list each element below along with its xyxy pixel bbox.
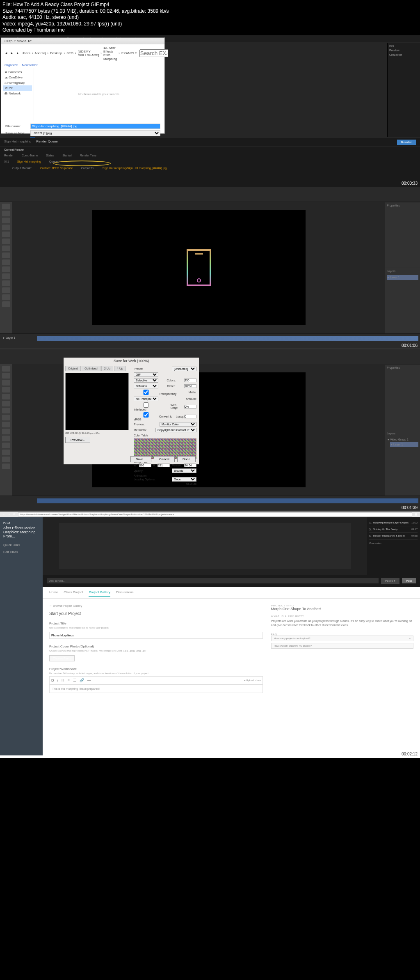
sfw-tab-4up[interactable]: 4-Up xyxy=(114,366,126,371)
tool-icon[interactable] xyxy=(2,373,10,379)
properties-panel[interactable]: Properties xyxy=(385,202,420,268)
workspace-editor[interactable]: This is the morphing I have prepared! xyxy=(49,684,263,693)
tab-class-project[interactable]: Class Project xyxy=(64,589,83,597)
url-bar[interactable]: https://www.skillshare.com/classes/desig… xyxy=(18,512,412,516)
websnap-input[interactable] xyxy=(184,405,196,409)
tab-project-gallery[interactable]: Project Gallery xyxy=(89,589,110,597)
edit-class-link[interactable]: Edit Class xyxy=(3,550,39,554)
tool-icon[interactable] xyxy=(2,387,10,392)
sfw-preview-button[interactable]: Preview... xyxy=(65,437,90,443)
video-player[interactable] xyxy=(43,517,367,575)
sfw-tab-2up[interactable]: 2-Up xyxy=(101,366,113,371)
properties-panel-3[interactable]: Properties xyxy=(385,364,420,430)
new-folder-button[interactable]: New folder xyxy=(22,63,37,67)
sidebar-pc[interactable]: 🖳 PC xyxy=(3,85,32,91)
sfw-cancel-button[interactable]: Cancel xyxy=(154,456,175,462)
tool-icon[interactable] xyxy=(2,232,10,237)
timeline-track-3[interactable] xyxy=(37,498,418,503)
tool-icon[interactable] xyxy=(2,422,10,427)
tool-icon[interactable] xyxy=(2,294,10,300)
tool-icon[interactable] xyxy=(2,287,10,293)
tool-icon[interactable] xyxy=(2,211,10,216)
tab-discussions[interactable]: Discussions xyxy=(116,589,134,597)
dither-input[interactable] xyxy=(184,384,196,388)
notrans-select[interactable]: No Transparency Dither xyxy=(134,397,158,401)
srgb-check[interactable] xyxy=(134,412,158,418)
colors-input[interactable] xyxy=(184,379,196,382)
filename-input[interactable] xyxy=(30,124,160,129)
sfw-save-button[interactable]: Save... xyxy=(130,456,151,462)
faq-item-2[interactable]: How should I organize my project?+ xyxy=(271,643,413,649)
fwd-icon[interactable]: → xyxy=(8,513,11,516)
tool-icon[interactable] xyxy=(2,280,10,286)
reload-icon[interactable]: ⟳ xyxy=(13,513,16,516)
saveas-select[interactable]: JPEG (*.jpg) xyxy=(30,130,160,136)
tool-icon[interactable] xyxy=(2,415,10,420)
tool-icon[interactable] xyxy=(2,252,10,258)
organize-menu[interactable]: Organize xyxy=(5,63,18,67)
ps-timeline-3[interactable] xyxy=(0,496,420,510)
rq-tab-comp[interactable]: Sign Hat morphing xyxy=(4,140,31,145)
render-button[interactable]: Render xyxy=(397,140,416,145)
tool-icon[interactable] xyxy=(2,239,10,244)
tool-icon[interactable] xyxy=(2,204,10,209)
tool-icon[interactable] xyxy=(2,259,10,265)
layers-panel-3[interactable]: Layers ▾ Video Group 1 ▸ Layer 1 xyxy=(385,430,420,496)
rq-tab-queue[interactable]: Render Queue xyxy=(36,140,57,145)
interlaced-check[interactable] xyxy=(134,402,158,408)
metadata-select[interactable]: Copyright and Contact Info xyxy=(155,428,196,432)
tool-icon[interactable] xyxy=(2,225,10,230)
hr-icon[interactable]: — xyxy=(87,678,91,682)
sidebar-favorites[interactable]: ★ Favorites xyxy=(3,69,32,75)
sfw-tab-original[interactable]: Original xyxy=(65,366,81,371)
looping-select[interactable]: Once xyxy=(172,477,196,482)
tool-icon[interactable] xyxy=(2,266,10,272)
breadcrumb-path[interactable]: Users› Andrzej› Desktop› SEO› [UDEMY - S… xyxy=(22,46,137,61)
tool-icon[interactable] xyxy=(2,429,10,434)
ps-menubar-3[interactable] xyxy=(0,349,420,364)
tool-icon[interactable] xyxy=(2,401,10,406)
layers-panel[interactable]: Layers ▸ Layer 1 xyxy=(385,268,420,333)
nav-back-icon[interactable]: ◄ xyxy=(5,51,8,55)
ps-timeline[interactable]: ▸ Layer 1 xyxy=(0,333,420,348)
tool-icon[interactable] xyxy=(2,457,10,462)
post-button[interactable]: Post xyxy=(402,578,416,583)
tool-icon[interactable] xyxy=(2,394,10,399)
diffusion-select[interactable]: Diffusion xyxy=(134,384,158,388)
tool-icon[interactable] xyxy=(2,380,10,386)
note-input[interactable]: Add a note... xyxy=(47,578,379,583)
sfw-tab-optimized[interactable]: Optimized xyxy=(82,366,100,371)
search-input[interactable] xyxy=(139,49,168,57)
ps-canvas[interactable] xyxy=(92,210,306,325)
ol-icon[interactable]: ☰ xyxy=(73,678,76,682)
tool-icon[interactable] xyxy=(2,408,10,413)
selective-select[interactable]: Selective xyxy=(134,378,158,383)
timeline-track[interactable] xyxy=(37,336,418,341)
nav-fwd-icon[interactable]: ► xyxy=(10,51,14,55)
tool-icon[interactable] xyxy=(2,246,10,251)
tool-icon[interactable] xyxy=(2,464,10,469)
output-module-value[interactable]: Custom: JPEG Sequence xyxy=(40,167,73,170)
info-panel-tab[interactable]: Info xyxy=(389,44,418,47)
sfw-done-button[interactable]: Done xyxy=(177,456,196,462)
quality-select[interactable]: Bicubic xyxy=(172,468,196,473)
italic-icon[interactable]: I xyxy=(57,678,59,682)
character-panel-tab[interactable]: Character xyxy=(389,53,418,56)
nav-up-icon[interactable]: ▲ xyxy=(16,51,19,55)
h-icon[interactable]: H xyxy=(62,678,64,682)
playlist-item[interactable]: 4. Morphing Multiple Layer Shapes 11:02 xyxy=(369,520,418,526)
preview-panel-tab[interactable]: Preview xyxy=(389,49,418,52)
choose-photo-button[interactable]: Choose Photo xyxy=(49,655,75,661)
playlist-item[interactable]: 6. Render Transparent & Use It! 04:58 xyxy=(369,533,418,539)
ps-menubar[interactable] xyxy=(0,187,420,202)
percent-input[interactable] xyxy=(184,464,196,467)
list-icon[interactable]: ≡ xyxy=(68,678,70,682)
sidebar-homegroup[interactable]: ⌂ Homegroup xyxy=(3,80,32,85)
tool-icon[interactable] xyxy=(2,443,10,448)
tool-icon[interactable] xyxy=(2,273,10,279)
tool-icon[interactable] xyxy=(2,218,10,223)
tool-icon[interactable] xyxy=(2,366,10,372)
preset-select[interactable]: [Unnamed] xyxy=(172,367,196,371)
height-input[interactable] xyxy=(158,464,170,467)
extension-icon[interactable]: ▦ xyxy=(415,513,418,516)
